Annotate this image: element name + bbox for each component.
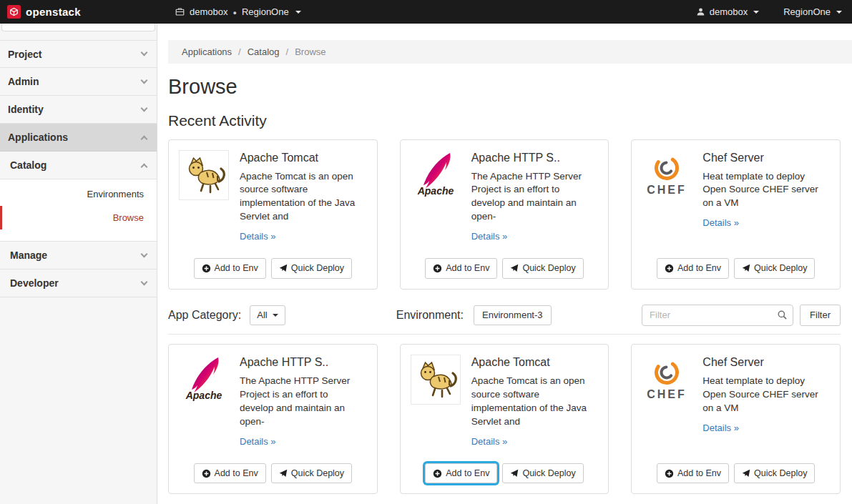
card-body: Apache HTTP S.. The Apache HTTP Server P… [471,150,599,243]
result-cards-row: Apache Apache HTTP S.. The Apache HTTP S… [168,344,841,494]
add-to-env-button[interactable]: Add to Env [425,258,497,278]
svg-text:Apache: Apache [416,185,454,197]
app-card: CHEF Chef Server Heat template to deploy… [631,139,841,290]
card-body: Apache Tomcat Apache Tomcat is an open s… [240,150,367,243]
caret-down-icon [836,11,842,14]
card-actions: Add to Env Quick Deploy [401,463,609,483]
add-to-env-label: Add to Env [446,468,489,479]
chevron-down-icon [141,76,148,84]
quick-deploy-button[interactable]: Quick Deploy [502,463,583,483]
quick-deploy-button[interactable]: Quick Deploy [502,258,583,278]
breadcrumb-separator [286,46,289,57]
add-to-env-button[interactable]: Add to Env [425,463,497,483]
user-icon [696,7,705,16]
quick-deploy-label: Quick Deploy [754,262,807,274]
details-link[interactable]: Details » [240,436,276,447]
quick-deploy-label: Quick Deploy [754,468,807,479]
context-project: demobox [190,6,227,17]
svg-text:CHEF: CHEF [647,184,687,196]
card-actions: Add to Env Quick Deploy [169,258,377,278]
app-card: Apache Tomcat Apache Tomcat is an open s… [168,139,378,290]
quick-deploy-button[interactable]: Quick Deploy [271,258,352,278]
add-to-env-label: Add to Env [215,468,258,479]
sidebar-item-identity[interactable]: Identity [0,96,157,124]
quick-deploy-icon [510,469,519,478]
details-link[interactable]: Details » [471,231,508,242]
app-description: The Apache HTTP Server Project is an eff… [240,375,367,429]
sidebar-item-applications[interactable]: Applications [0,124,157,152]
sidebar-item-catalog[interactable]: Catalog [0,152,157,179]
card-body: Chef Server Heat template to deploy Open… [702,355,830,434]
page-title: Browse [168,75,841,99]
region-menu[interactable]: RegionOne [783,6,842,17]
sidebar-item-project[interactable]: Project [0,40,157,68]
app-category-select[interactable]: All [250,305,285,326]
sidebar-item-label: Identity [8,104,44,115]
card-actions: Add to Env Quick Deploy [632,258,840,278]
breadcrumb-separator [238,46,241,57]
caret-down-icon [295,11,301,14]
sidebar-item-admin[interactable]: Admin [0,68,157,96]
add-to-env-button[interactable]: Add to Env [657,463,729,483]
openstack-brand[interactable]: openstack [0,5,157,19]
quick-deploy-label: Quick Deploy [522,468,575,479]
add-to-env-button[interactable]: Add to Env [657,258,729,278]
quick-deploy-button[interactable]: Quick Deploy [271,463,352,483]
quick-deploy-button[interactable]: Quick Deploy [734,463,815,483]
tomcat-logo-image [179,150,229,200]
app-card: Apache Tomcat Apache Tomcat is an open s… [400,344,609,494]
filter-submit-button[interactable]: Filter [800,305,841,327]
card-top: Apache Tomcat Apache Tomcat is an open s… [179,150,367,243]
separator-dot-icon [232,6,236,17]
app-description: The Apache HTTP Server Project is an eff… [471,170,599,224]
breadcrumb-item-applications[interactable]: Applications [182,46,232,57]
add-to-env-label: Add to Env [677,262,721,274]
add-to-env-button[interactable]: Add to Env [194,463,266,483]
svg-text:Apache: Apache [185,390,222,401]
details-link[interactable]: Details » [471,436,508,447]
section-divider [168,334,841,335]
details-link[interactable]: Details » [702,217,739,228]
app-description: Heat template to deploy Open Source CHEF… [702,375,830,415]
app-description: Apache Tomcat is an open source software… [240,170,367,224]
sidebar-item-developer[interactable]: Developer [0,270,157,297]
card-body: Apache HTTP S.. The Apache HTTP Server P… [240,355,367,448]
environment-label: Environment: [396,309,464,322]
breadcrumb-item-catalog[interactable]: Catalog [248,46,280,57]
user-menu[interactable]: demobox [696,6,759,17]
app-title: Apache HTTP S.. [240,356,367,369]
filter-input[interactable] [642,305,793,326]
section-title: Recent Activity [168,112,841,129]
sidebar-item-environments[interactable]: Environments [0,182,157,206]
app-card: CHEF Chef Server Heat template to deploy… [631,344,841,494]
sidebar: Project Admin Identity Applications Cata… [0,24,157,504]
quick-deploy-button[interactable]: Quick Deploy [734,258,815,278]
caret-down-icon [753,11,759,14]
sidebar-item-label: Manage [10,249,47,261]
details-link[interactable]: Details » [240,231,276,242]
app-category-value: All [257,310,267,322]
card-top: Apache Tomcat Apache Tomcat is an open s… [411,355,599,448]
card-body: Apache Tomcat Apache Tomcat is an open s… [471,355,599,448]
details-link[interactable]: Details » [702,423,739,433]
sidebar-collapsed-panel [1,24,155,31]
sidebar-item-manage[interactable]: Manage [0,242,157,270]
card-body: Chef Server Heat template to deploy Open… [702,150,830,229]
filter-group: Filter [642,305,841,327]
sidebar-item-browse[interactable]: Browse [0,206,157,229]
filter-row: App Category: All Environment: Environme… [168,305,841,327]
chevron-up-icon [141,163,148,170]
plus-circle-icon [202,469,211,478]
environment-button[interactable]: Environment-3 [474,305,552,326]
topbar: openstack demobox RegionOne demobox Regi… [0,0,852,24]
chevron-down-icon [141,49,148,56]
brand-text: openstack [26,6,81,18]
add-to-env-label: Add to Env [215,262,258,274]
card-actions: Add to Env Quick Deploy [169,463,377,483]
add-to-env-button[interactable]: Add to Env [194,258,266,278]
app-category-label: App Category: [168,309,241,322]
app-card: Apache Apache HTTP S.. The Apache HTTP S… [400,139,609,290]
project-region-switcher[interactable]: demobox RegionOne [175,6,301,17]
sidebar-item-label: Catalog [10,159,46,171]
app-description: Heat template to deploy Open Source CHEF… [702,170,830,211]
